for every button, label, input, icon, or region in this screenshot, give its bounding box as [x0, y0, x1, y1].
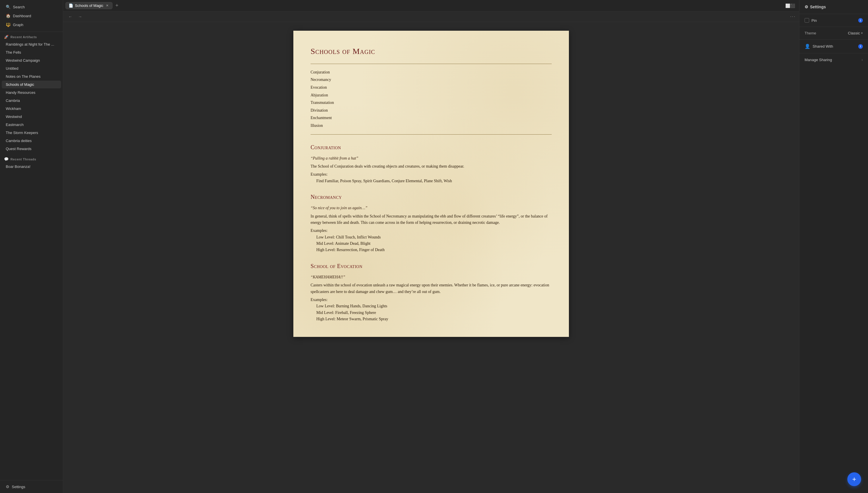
- sidebar-artifact-item[interactable]: Cambria: [2, 97, 61, 104]
- toc-item: Evocation: [311, 84, 552, 91]
- graph-label: Graph: [13, 23, 23, 27]
- sidebar-top: 🔍 Search 🏠 Dashboard 🔱 Graph: [0, 0, 63, 32]
- shared-info-badge[interactable]: i: [858, 44, 863, 49]
- recent-threads-label: 💬 Recent Threads: [0, 154, 63, 163]
- toc-item: Conjuration: [311, 69, 552, 76]
- section-title: Conjuration: [311, 143, 552, 152]
- sidebar-artifact-item[interactable]: The Fells: [2, 48, 61, 56]
- rocket-icon: 🚀: [4, 35, 9, 39]
- threads-icon: 💬: [4, 157, 9, 161]
- section-body: Casters within the school of evocation u…: [311, 282, 552, 295]
- toolbar: ← → ···: [63, 12, 799, 22]
- toc-item: Transmutation: [311, 99, 552, 107]
- theme-value: Classic: [848, 31, 860, 35]
- dashboard-label: Dashboard: [13, 14, 31, 18]
- search-label: Search: [13, 5, 25, 9]
- sidebar-artifact-item[interactable]: Cambria deities: [2, 137, 61, 145]
- pin-info-badge[interactable]: i: [858, 18, 863, 23]
- tab-label: Schools of Magic: [75, 3, 103, 8]
- main-area: 📄 Schools of Magic ✕ + ⬜⬛ ← → ··· School…: [63, 0, 799, 493]
- sidebar-artifact-item[interactable]: Eastmarch: [2, 121, 61, 129]
- sidebar-artifact-item[interactable]: Wickham: [2, 105, 61, 112]
- example-item: Mid Level: Animate Dead, Blight: [316, 240, 552, 247]
- tab-close-button[interactable]: ✕: [105, 3, 109, 8]
- tab-bar-right: ⬜⬛: [784, 2, 797, 9]
- section-body: The School of Conjuration deals with cre…: [311, 163, 552, 170]
- artifacts-list: Ramblings at Night for The ...The FellsW…: [0, 40, 63, 153]
- toc-item: Illusion: [311, 122, 552, 130]
- document-title: Schools of Magic: [311, 45, 552, 58]
- example-item: Low Level: Chill Touch, Inflict Wounds: [316, 234, 552, 240]
- settings-sidebar-icon: ⚙: [6, 485, 9, 489]
- search-button[interactable]: 🔍 Search: [2, 3, 61, 11]
- examples-label: Examples:: [311, 228, 552, 234]
- graph-icon: 🔱: [6, 22, 10, 27]
- section-body: In general, think of spells within the S…: [311, 213, 552, 226]
- table-of-contents: ConjurationNecromancyEvocationAbjuration…: [311, 69, 552, 130]
- toc-item: Divination: [311, 107, 552, 114]
- section-title: School of Evocation: [311, 261, 552, 271]
- title-divider: [311, 64, 552, 64]
- doc-area: Schools of Magic ConjurationNecromancyEv…: [63, 22, 799, 493]
- parchment-document: Schools of Magic ConjurationNecromancyEv…: [293, 31, 569, 337]
- sidebar-artifact-item[interactable]: Ramblings at Night for The ...: [2, 40, 61, 48]
- pin-checkbox[interactable]: [805, 18, 809, 23]
- home-icon: 🏠: [6, 14, 10, 18]
- right-panel: ⚙ Settings Pin i Theme Classic ▾ 👤 Share…: [799, 0, 868, 493]
- examples-label: Examples:: [311, 171, 552, 178]
- more-options-button[interactable]: ···: [790, 14, 796, 19]
- theme-row: Theme Classic ▾: [799, 27, 868, 40]
- sidebar-artifact-item[interactable]: Schools of Magic: [2, 81, 61, 88]
- search-icon: 🔍: [6, 5, 10, 9]
- sidebar-artifact-item[interactable]: Quest Rewards: [2, 145, 61, 153]
- shared-with-icon: 👤: [805, 44, 810, 49]
- tab-schools-of-magic[interactable]: 📄 Schools of Magic ✕: [65, 2, 112, 9]
- sidebar-toggle-button[interactable]: ⬜⬛: [784, 2, 797, 9]
- sidebar-bottom: ⚙ Settings: [0, 480, 63, 493]
- theme-chevron-icon: ▾: [861, 31, 863, 35]
- sidebar-thread-item[interactable]: Boar Bonanza!: [2, 163, 61, 170]
- example-item: Find Familiar, Poison Spray, Spirit Guar…: [316, 178, 552, 184]
- theme-label: Theme: [805, 31, 816, 35]
- examples-label: Examples:: [311, 297, 552, 303]
- section-title: Necromancy: [311, 192, 552, 201]
- forward-button[interactable]: →: [76, 13, 84, 20]
- pin-label: Pin: [811, 18, 817, 23]
- toc-item: Abjuration: [311, 91, 552, 99]
- pin-left: Pin: [805, 18, 817, 23]
- fab-button[interactable]: +: [847, 472, 861, 486]
- shared-with-label: Shared With: [812, 44, 856, 48]
- sidebar-artifact-item[interactable]: Notes on The Planes: [2, 72, 61, 80]
- back-button[interactable]: ←: [67, 13, 74, 20]
- settings-panel-title: ⚙ Settings: [805, 5, 863, 9]
- section-quote: “Pulling a rabbit from a hat”: [311, 155, 552, 162]
- settings-sidebar-button[interactable]: ⚙ Settings: [2, 483, 61, 491]
- document-sections: Conjuration“Pulling a rabbit from a hat”…: [311, 143, 552, 323]
- manage-sharing-row[interactable]: Manage Sharing ›: [799, 53, 868, 66]
- toc-item: Enchantment: [311, 114, 552, 122]
- settings-panel-section: ⚙ Settings: [799, 0, 868, 14]
- example-item: Low Level: Burning Hands, Dancing Lights: [316, 303, 552, 309]
- threads-section: 💬 Recent Threads Boar Bonanza!: [0, 153, 63, 172]
- sidebar-artifact-item[interactable]: Handy Resources: [2, 89, 61, 97]
- shared-with-row: 👤 Shared With i: [799, 40, 868, 53]
- recent-artifacts-section: 🚀 Recent Artifacts: [0, 32, 63, 40]
- sidebar: 🔍 Search 🏠 Dashboard 🔱 Graph 🚀 Recent Ar…: [0, 0, 63, 493]
- settings-sidebar-label: Settings: [12, 485, 25, 489]
- toc-item: Necromancy: [311, 76, 552, 84]
- graph-button[interactable]: 🔱 Graph: [2, 20, 61, 29]
- add-tab-button[interactable]: +: [114, 2, 120, 9]
- sidebar-artifact-item[interactable]: Untitled: [2, 65, 61, 72]
- manage-sharing-chevron-icon: ›: [862, 57, 863, 62]
- sidebar-artifact-item[interactable]: The Storm Keepers: [2, 129, 61, 136]
- sidebar-artifact-item[interactable]: Westwind: [2, 113, 61, 121]
- manage-sharing-label[interactable]: Manage Sharing: [805, 58, 832, 62]
- pin-row: Pin i: [799, 14, 868, 27]
- tab-bar: 📄 Schools of Magic ✕ + ⬜⬛: [63, 0, 799, 12]
- sidebar-artifact-item[interactable]: Westwind Campaign: [2, 57, 61, 64]
- example-item: Mid Level: Fireball, Freezing Sphere: [316, 309, 552, 316]
- tab-document-icon: 📄: [69, 3, 73, 8]
- theme-value-button[interactable]: Classic ▾: [848, 31, 863, 35]
- example-item: High Level: Resurrection, Finger of Deat…: [316, 247, 552, 253]
- dashboard-button[interactable]: 🏠 Dashboard: [2, 12, 61, 20]
